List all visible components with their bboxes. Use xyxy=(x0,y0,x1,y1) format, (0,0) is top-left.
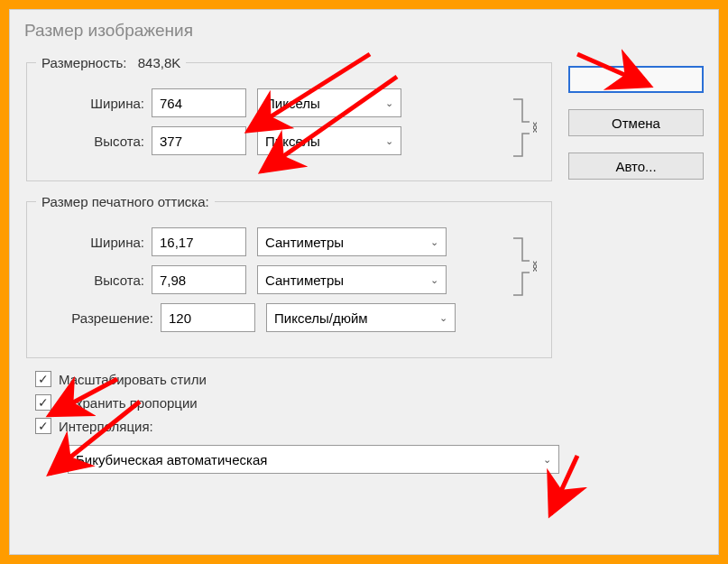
auto-button[interactable]: Авто... xyxy=(568,153,704,180)
pixel-dimensions-label: Размерность: xyxy=(41,55,127,70)
scale-styles-checkbox[interactable]: ✓ xyxy=(35,371,51,387)
button-column: ОК Отмена Авто... xyxy=(568,48,709,474)
pixel-width-input[interactable] xyxy=(152,88,246,117)
resample-row: ✓ Интерполяция: xyxy=(35,418,559,434)
resample-label: Интерполяция: xyxy=(59,419,153,434)
print-resolution-unit-select[interactable]: Пикселы/дюйм ⌄ xyxy=(266,303,456,332)
interpolation-select[interactable]: Бикубическая автоматическая ⌄ xyxy=(68,445,559,474)
print-width-unit-select[interactable]: Сантиметры ⌄ xyxy=(257,227,447,256)
dialog-body: Размерность: 843,8K Ширина: Пикселы ⌄ Вы… xyxy=(10,48,718,474)
print-width-input[interactable] xyxy=(152,227,246,256)
image-size-dialog: Размер изображения Размерность: 843,8K Ш… xyxy=(9,9,719,555)
pixel-width-unit-select[interactable]: Пикселы ⌄ xyxy=(257,88,401,117)
left-column: Размерность: 843,8K Ширина: Пикселы ⌄ Вы… xyxy=(19,48,568,474)
link-icon: ⛓ xyxy=(511,94,539,162)
pixel-dimensions-size: 843,8K xyxy=(138,55,181,70)
pixel-width-row: Ширина: Пикселы ⌄ xyxy=(36,88,542,117)
chevron-down-icon: ⌄ xyxy=(439,312,447,324)
resample-checkbox[interactable]: ✓ xyxy=(35,418,51,434)
link-icon: ⛓ xyxy=(511,233,539,300)
pixel-link-bracket: ⛓ xyxy=(511,94,539,162)
print-resolution-row: Разрешение: Пикселы/дюйм ⌄ xyxy=(36,303,542,332)
chevron-down-icon: ⌄ xyxy=(543,454,551,466)
print-height-row: Высота: Сантиметры ⌄ xyxy=(36,265,542,294)
chevron-down-icon: ⌄ xyxy=(385,97,393,109)
pixel-width-label: Ширина: xyxy=(36,96,144,111)
chevron-down-icon: ⌄ xyxy=(385,135,393,147)
ok-button[interactable]: ОК xyxy=(568,66,704,93)
scale-styles-row: ✓ Масштабировать стили xyxy=(35,371,559,387)
pixel-width-unit-value: Пикселы xyxy=(265,96,320,111)
print-width-unit-value: Сантиметры xyxy=(265,235,344,250)
pixel-dimensions-legend: Размерность: 843,8K xyxy=(36,55,186,70)
print-resolution-input[interactable] xyxy=(161,303,255,332)
print-height-input[interactable] xyxy=(152,265,246,294)
constrain-proportions-row: ✓ Сохранить пропорции xyxy=(35,394,559,411)
print-dimensions-group: Размер печатного оттиска: Ширина: Сантим… xyxy=(26,194,552,358)
scale-styles-label: Масштабировать стили xyxy=(59,372,207,387)
chevron-down-icon: ⌄ xyxy=(430,236,438,248)
print-dimensions-legend: Размер печатного оттиска: xyxy=(36,194,215,209)
pixel-height-input[interactable] xyxy=(152,126,246,155)
print-height-unit-value: Сантиметры xyxy=(265,273,344,288)
pixel-height-unit-value: Пикселы xyxy=(265,134,320,149)
print-resolution-unit-value: Пикселы/дюйм xyxy=(274,310,368,326)
constrain-proportions-checkbox[interactable]: ✓ xyxy=(35,394,51,411)
interpolation-value: Бикубическая автоматическая xyxy=(76,452,267,467)
chevron-down-icon: ⌄ xyxy=(430,274,438,286)
pixel-dimensions-group: Размерность: 843,8K Ширина: Пикселы ⌄ Вы… xyxy=(26,55,552,181)
pixel-height-unit-select[interactable]: Пикселы ⌄ xyxy=(257,126,401,155)
svg-text:⛓: ⛓ xyxy=(531,260,539,273)
print-height-label: Высота: xyxy=(36,273,144,288)
cancel-button[interactable]: Отмена xyxy=(568,109,704,136)
svg-text:⛓: ⛓ xyxy=(531,121,539,134)
print-resolution-label: Разрешение: xyxy=(36,310,153,326)
pixel-height-label: Высота: xyxy=(36,134,144,149)
print-width-row: Ширина: Сантиметры ⌄ xyxy=(36,227,542,256)
print-width-label: Ширина: xyxy=(36,235,144,250)
print-height-unit-select[interactable]: Сантиметры ⌄ xyxy=(257,265,447,294)
dialog-title: Размер изображения xyxy=(10,10,718,48)
pixel-height-row: Высота: Пикселы ⌄ xyxy=(36,126,542,155)
print-link-bracket: ⛓ xyxy=(511,233,539,300)
constrain-proportions-label: Сохранить пропорции xyxy=(59,395,198,411)
